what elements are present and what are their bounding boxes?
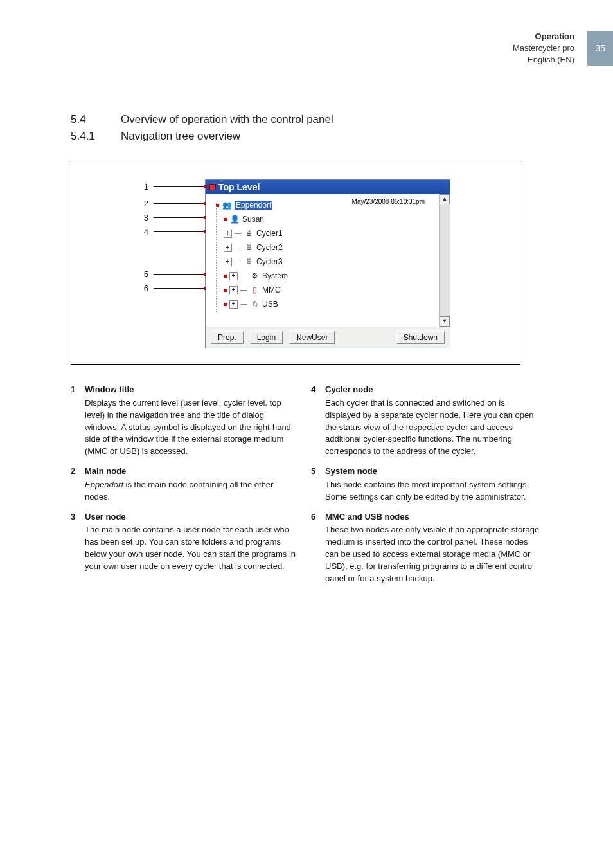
figure-container: 1 2 3 4 5 6 — [71, 161, 520, 365]
legend-number: 2 — [71, 466, 78, 503]
legend-item-1: 1 Window title Displays the current leve… — [71, 384, 299, 458]
tree-area: May/23/2008 05:10:31pm 👥 Eppendorf 👤 Sus… — [206, 194, 450, 327]
node-label: Cycler2 — [256, 243, 283, 252]
callout-5: 5 — [141, 267, 205, 281]
legend-number: 5 — [311, 466, 319, 503]
legend-title: Main node — [85, 466, 299, 478]
marker-icon — [216, 204, 219, 207]
expand-icon[interactable]: + — [229, 300, 238, 309]
header-language: English (EN) — [513, 54, 574, 66]
legend-item-6: 6 MMC and USB nodes These two nodes are … — [311, 511, 540, 585]
device-icon: 🖥 — [244, 243, 254, 252]
legend-title: Cycler node — [325, 384, 540, 396]
node-label: Cycler1 — [256, 229, 283, 238]
section-number: 5.4.1 — [71, 130, 105, 143]
user-icon: 👤 — [229, 215, 240, 224]
legend-item-3: 3 User node The main node contains a use… — [71, 511, 299, 573]
node-usb[interactable]: + ⎙ USB — [209, 297, 436, 311]
connector-line — [235, 233, 241, 234]
legend-number: 4 — [311, 384, 319, 458]
node-mmc[interactable]: + ▯ MMC — [209, 283, 436, 297]
shutdown-button[interactable]: Shutdown — [396, 331, 445, 344]
node-label: MMC — [262, 285, 281, 294]
callout-line — [154, 288, 205, 289]
button-bar: Prop. Login NewUser Shutdown — [206, 327, 450, 348]
marker-icon — [224, 218, 227, 221]
section-title: Overview of operation with the control p… — [121, 113, 333, 126]
callout-3: 3 — [141, 210, 205, 224]
legend-body: This node contains the most important sy… — [325, 479, 540, 503]
callout-line — [154, 186, 205, 187]
running-header: Operation Mastercycler pro English (EN) — [513, 31, 574, 66]
timestamp: May/23/2008 05:10:31pm — [352, 198, 425, 205]
legend-left-column: 1 Window title Displays the current leve… — [71, 384, 299, 593]
expand-icon[interactable]: + — [229, 286, 238, 294]
callout-line — [154, 217, 205, 218]
callout-4: 4 — [141, 224, 205, 239]
callout-line — [154, 203, 205, 204]
prop-button[interactable]: Prop. — [211, 331, 244, 344]
expand-icon[interactable]: + — [224, 258, 232, 266]
legend-body: The main node contains a user node for e… — [85, 524, 299, 572]
legend-title: System node — [325, 466, 540, 478]
node-cycler2[interactable]: + 🖥 Cycler2 — [209, 240, 436, 255]
legend-number: 3 — [71, 511, 78, 573]
scroll-up-button[interactable]: ▲ — [440, 194, 450, 204]
usb-icon: ⎙ — [249, 300, 260, 309]
callout-line — [154, 274, 205, 275]
node-label: USB — [262, 300, 278, 309]
legend-item-4: 4 Cycler node Each cycler that is connec… — [311, 384, 540, 458]
scrollbar[interactable]: ▲ ▼ — [439, 194, 450, 327]
connector-line — [235, 248, 241, 248]
legend-title: User node — [85, 511, 299, 523]
marker-icon — [224, 275, 227, 278]
node-label: Susan — [242, 215, 264, 224]
group-icon: 👥 — [222, 201, 232, 210]
header-operation: Operation — [513, 31, 574, 42]
legend-body: Each cycler that is connected and switch… — [325, 397, 540, 458]
callout-column: 1 2 3 4 5 6 — [141, 179, 205, 295]
node-susan[interactable]: 👤 Susan — [209, 212, 436, 226]
legend-body: Eppendorf is the main node containing al… — [85, 479, 299, 503]
header-product: Mastercycler pro — [513, 42, 574, 54]
figure-inner: 1 2 3 4 5 6 — [141, 179, 450, 348]
section-number: 5.4 — [71, 113, 105, 126]
gear-icon: ⚙ — [249, 271, 260, 280]
section-5-4: 5.4 Overview of operation with the contr… — [71, 113, 540, 126]
page-number-tab: 35 — [587, 31, 613, 66]
scroll-down-button[interactable]: ▼ — [440, 316, 450, 327]
legend-body: These two nodes are only visible if an a… — [325, 524, 540, 584]
legend-title: Window title — [85, 384, 299, 396]
node-label: Eppendorf — [235, 201, 272, 210]
newuser-button[interactable]: NewUser — [289, 331, 335, 344]
legend: 1 Window title Displays the current leve… — [71, 384, 540, 593]
section-title: Navigation tree overview — [121, 130, 240, 143]
connector-line — [240, 290, 247, 291]
legend-italic: Eppendorf — [85, 480, 123, 489]
legend-number: 6 — [311, 511, 319, 585]
marker-icon — [224, 303, 227, 306]
page: 35 Operation Mastercycler pro English (E… — [0, 0, 613, 868]
connector-line — [240, 276, 247, 276]
expand-icon[interactable]: + — [224, 244, 232, 252]
content: 5.4 Overview of operation with the contr… — [71, 113, 540, 593]
legend-right-column: 4 Cycler node Each cycler that is connec… — [311, 384, 540, 593]
legend-title: MMC and USB nodes — [325, 511, 540, 523]
node-cycler1[interactable]: + 🖥 Cycler1 — [209, 226, 436, 240]
legend-item-2: 2 Main node Eppendorf is the main node c… — [71, 466, 299, 503]
login-button[interactable]: Login — [250, 331, 283, 344]
mmc-icon: ▯ — [249, 285, 260, 294]
legend-body: Displays the current level (user level, … — [85, 397, 299, 458]
expand-icon[interactable]: + — [224, 230, 232, 238]
node-cycler3[interactable]: + 🖥 Cycler3 — [209, 255, 436, 269]
callout-line — [154, 231, 205, 232]
callout-6: 6 — [141, 281, 205, 295]
expand-icon[interactable]: + — [229, 272, 238, 280]
legend-item-5: 5 System node This node contains the mos… — [311, 466, 540, 503]
navigation-tree[interactable]: May/23/2008 05:10:31pm 👥 Eppendorf 👤 Sus… — [206, 194, 439, 327]
connector-line — [235, 262, 241, 262]
device-icon: 🖥 — [244, 229, 254, 238]
legend-number: 1 — [71, 384, 78, 458]
node-system[interactable]: + ⚙ System — [209, 269, 436, 283]
connector-line — [240, 304, 247, 305]
